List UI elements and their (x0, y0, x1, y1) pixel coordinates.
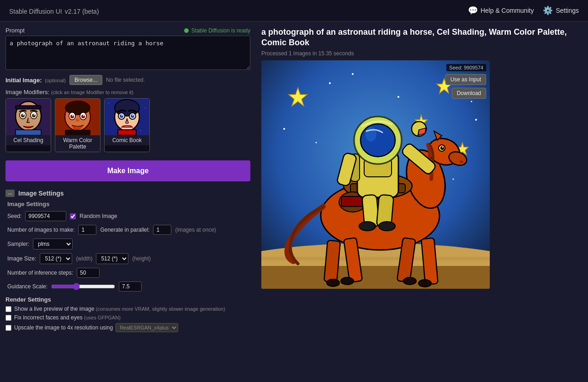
status-dot-icon (184, 28, 189, 33)
status-indicator: Stable Diffusion is ready (184, 27, 250, 34)
prompt-row: Prompt Stable Diffusion is ready (5, 27, 250, 34)
upscale-model-select[interactable]: RealESRGAN_x4plus (116, 323, 178, 332)
modifier-warm-palette[interactable]: Warm Color Palette (55, 98, 101, 152)
svg-rect-28 (65, 130, 90, 135)
num-images-label: Number of images to make: (7, 227, 74, 233)
make-image-button[interactable]: Make Image (5, 160, 250, 181)
comic-book-svg (104, 99, 150, 135)
svg-point-57 (283, 128, 285, 130)
inference-steps-input[interactable] (77, 268, 100, 278)
svg-point-69 (460, 160, 463, 163)
upscale-checkbox[interactable] (5, 325, 11, 331)
preview-checkbox[interactable] (5, 306, 11, 312)
parallel-hint: (images at once) (175, 227, 216, 233)
image-settings-sub: Image Settings (7, 201, 49, 207)
comic-book-image (104, 99, 150, 135)
header-actions: 💬 Help & Community ⚙️ Settings (468, 5, 579, 16)
svg-point-44 (122, 115, 123, 116)
svg-rect-3 (16, 106, 41, 109)
image-container: Seed: 9909574 Use as Input Download (261, 60, 490, 289)
svg-point-56 (475, 119, 477, 121)
parallel-label: Generate in parallel: (100, 227, 149, 233)
help-label: Help & Community (481, 7, 534, 14)
guidance-scale-label: Guidance Scale: (7, 283, 48, 290)
num-images-row: Number of images to make: Generate in pa… (7, 225, 250, 235)
svg-point-26 (83, 115, 85, 117)
sampler-row: Sampler: plms ddim k_lms k_euler k_euler… (7, 239, 250, 249)
render-option-preview: Show a live preview of the image (consum… (5, 306, 250, 312)
comic-book-label: Comic Book (105, 135, 149, 145)
modifier-comic-book[interactable]: Comic Book (104, 98, 150, 152)
render-option-upscale: Upscale the image to 4x resolution using… (5, 323, 250, 332)
upscale-label: Upscale the image to 4x resolution using (14, 324, 113, 331)
cel-shading-label: Cel Shading (6, 135, 51, 145)
output-title: a photograph of an astronaut riding a ho… (261, 27, 583, 48)
image-settings-subtitle: Image Settings (7, 201, 250, 207)
guidance-scale-slider[interactable] (51, 283, 115, 290)
use-as-input-button[interactable]: Use as Input (445, 74, 486, 85)
render-option-faces: Fix incorrect faces and eyes (uses GFPGA… (5, 314, 250, 321)
warm-palette-image (55, 99, 101, 135)
svg-point-58 (316, 142, 317, 143)
header: Stable Diffusion UI v2.17 (beta) 💬 Help … (0, 0, 588, 21)
prompt-label: Prompt (5, 27, 25, 34)
svg-point-32 (140, 130, 142, 132)
random-image-checkbox[interactable] (70, 213, 76, 219)
svg-point-12 (34, 114, 35, 116)
svg-point-78 (418, 280, 431, 287)
random-image-label: Random Image (79, 213, 117, 219)
download-button[interactable]: Download (452, 88, 486, 99)
seed-overlay: Seed: 9909574 (446, 64, 486, 71)
render-settings-title: Render Settings (5, 296, 250, 303)
svg-point-27 (76, 119, 79, 122)
seed-input[interactable] (25, 211, 66, 221)
parallel-input[interactable] (153, 225, 171, 235)
num-images-input[interactable] (78, 225, 96, 235)
help-community-button[interactable]: 💬 Help & Community (468, 5, 534, 16)
faces-label: Fix incorrect faces and eyes (uses GFPGA… (14, 314, 121, 321)
guidance-scale-row: Guidance Scale: (7, 281, 250, 292)
svg-point-54 (352, 73, 354, 75)
svg-point-55 (397, 96, 399, 98)
prompt-input[interactable]: a photograph of an astronaut riding a ho… (5, 36, 250, 70)
image-height-select[interactable]: 512 (*) 256 384 640 768 (96, 253, 128, 264)
svg-point-53 (329, 82, 331, 84)
image-size-label: Image Size: (7, 255, 36, 262)
image-width-select[interactable]: 512 (*) 256 384 640 768 (40, 253, 72, 264)
header-title: Stable Diffusion UI v2.17 (beta) (9, 5, 99, 16)
svg-rect-13 (16, 130, 41, 135)
app-title: Stable Diffusion UI v2.17 (beta) (9, 5, 99, 16)
svg-point-11 (23, 114, 24, 116)
svg-point-18 (65, 101, 90, 115)
settings-button[interactable]: ⚙️ Settings (543, 5, 579, 16)
svg-point-33 (144, 107, 146, 109)
no-file-text: No file selected. (106, 77, 145, 83)
gear-icon: ⚙️ (543, 5, 553, 16)
svg-rect-46 (118, 130, 136, 135)
warm-palette-label: Warm Color Palette (55, 135, 100, 152)
modifier-cel-shading[interactable]: Cel Shading (5, 98, 51, 152)
svg-point-60 (471, 101, 472, 102)
modifiers-label: Image Modifiers: (click an Image Modifie… (5, 89, 250, 96)
image-settings-header: — Image Settings (5, 190, 250, 197)
settings-grid: Image Settings Seed: Random Image Number… (7, 201, 250, 292)
faces-checkbox[interactable] (5, 315, 11, 321)
guidance-scale-input[interactable] (119, 281, 142, 292)
width-hint: (width) (76, 255, 92, 262)
warm-palette-svg (55, 99, 101, 135)
collapse-icon[interactable]: — (5, 190, 15, 197)
svg-point-59 (453, 178, 454, 180)
svg-point-45 (132, 115, 134, 116)
svg-rect-85 (341, 196, 364, 207)
initial-image-label: Initial Image: (optional) (5, 77, 66, 84)
settings-label: Settings (556, 7, 579, 14)
sampler-select[interactable]: plms ddim k_lms k_euler k_euler_a (33, 239, 73, 249)
browse-button[interactable]: Browse... (69, 75, 102, 85)
cel-shading-image (5, 99, 51, 135)
svg-point-97 (360, 124, 395, 157)
chat-icon: 💬 (468, 5, 478, 16)
processed-text: Processed 1 images in 15.35 seconds (261, 50, 583, 57)
svg-point-25 (72, 115, 74, 117)
image-settings-title: Image Settings (18, 190, 64, 197)
render-settings-section: Render Settings Show a live preview of t… (5, 296, 250, 332)
